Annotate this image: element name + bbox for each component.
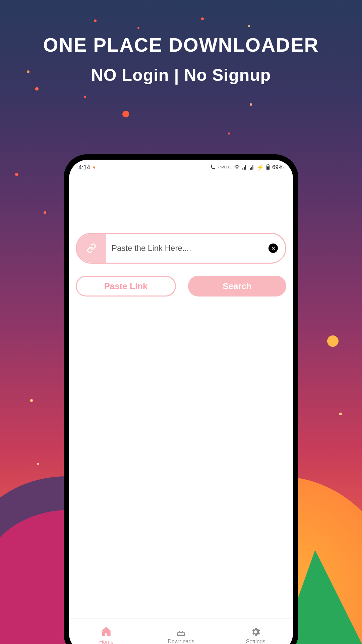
settings-icon bbox=[250, 627, 261, 637]
bg-dot bbox=[122, 111, 129, 117]
bg-dot bbox=[35, 87, 39, 91]
battery-percentage: 69% bbox=[272, 164, 284, 171]
nav-settings-label: Settings bbox=[246, 639, 265, 644]
bg-dot bbox=[84, 96, 86, 98]
lightning-icon: ⚡ bbox=[257, 164, 264, 171]
heart-icon: ♥ bbox=[93, 165, 96, 170]
battery-icon bbox=[266, 164, 270, 170]
bottom-nav: Home Downloads Settings bbox=[69, 619, 293, 644]
home-icon bbox=[101, 626, 112, 638]
action-button-row: Paste Link Search bbox=[76, 276, 286, 297]
link-icon bbox=[77, 234, 106, 263]
bg-dot bbox=[339, 413, 342, 415]
bg-dot bbox=[30, 399, 33, 402]
svg-rect-1 bbox=[267, 164, 269, 165]
status-right: 2 VoLTE1 ⚡ 69% bbox=[210, 164, 284, 171]
phone-frame: 4:14 ♥ 2 VoLTE1 ⚡ bbox=[64, 154, 298, 644]
paste-link-button[interactable]: Paste Link bbox=[76, 276, 176, 297]
link-input-row: ✕ bbox=[76, 233, 286, 264]
bg-dot bbox=[250, 103, 252, 106]
bg-dot bbox=[248, 25, 250, 27]
promo-title: ONE PLACE DOWNLOADER bbox=[0, 34, 362, 56]
main-content: ✕ Paste Link Search bbox=[69, 172, 293, 297]
download-icon bbox=[176, 627, 186, 637]
phone-screen: 4:14 ♥ 2 VoLTE1 ⚡ bbox=[69, 160, 293, 644]
nav-downloads[interactable]: Downloads bbox=[144, 619, 219, 644]
phone-call-icon bbox=[210, 165, 216, 170]
bg-dot bbox=[137, 27, 139, 29]
status-time: 4:14 bbox=[78, 164, 90, 171]
promo-heading: ONE PLACE DOWNLOADER NO Login | No Signu… bbox=[0, 34, 362, 85]
bg-dot bbox=[228, 132, 230, 135]
promo-subtitle: NO Login | No Signup bbox=[0, 65, 362, 85]
bg-dot bbox=[44, 211, 46, 214]
lte-label: 2 VoLTE1 bbox=[218, 166, 232, 169]
close-icon: ✕ bbox=[271, 245, 276, 252]
bg-dot bbox=[15, 173, 18, 176]
link-input[interactable] bbox=[106, 234, 268, 263]
nav-downloads-label: Downloads bbox=[168, 639, 194, 644]
nav-settings[interactable]: Settings bbox=[218, 619, 293, 644]
bg-dot bbox=[37, 463, 39, 465]
nav-home[interactable]: Home bbox=[69, 619, 144, 644]
status-bar: 4:14 ♥ 2 VoLTE1 ⚡ bbox=[69, 160, 293, 172]
bg-dot bbox=[327, 335, 339, 347]
search-button[interactable]: Search bbox=[188, 276, 286, 297]
signal-icon bbox=[249, 165, 255, 170]
status-left: 4:14 ♥ bbox=[78, 164, 96, 171]
clear-button[interactable]: ✕ bbox=[268, 244, 278, 253]
bg-dot bbox=[201, 17, 204, 20]
nav-home-label: Home bbox=[99, 639, 114, 644]
signal-icon bbox=[242, 165, 247, 170]
svg-rect-2 bbox=[267, 166, 269, 169]
wifi-icon bbox=[234, 164, 240, 170]
bg-dot bbox=[94, 19, 97, 22]
